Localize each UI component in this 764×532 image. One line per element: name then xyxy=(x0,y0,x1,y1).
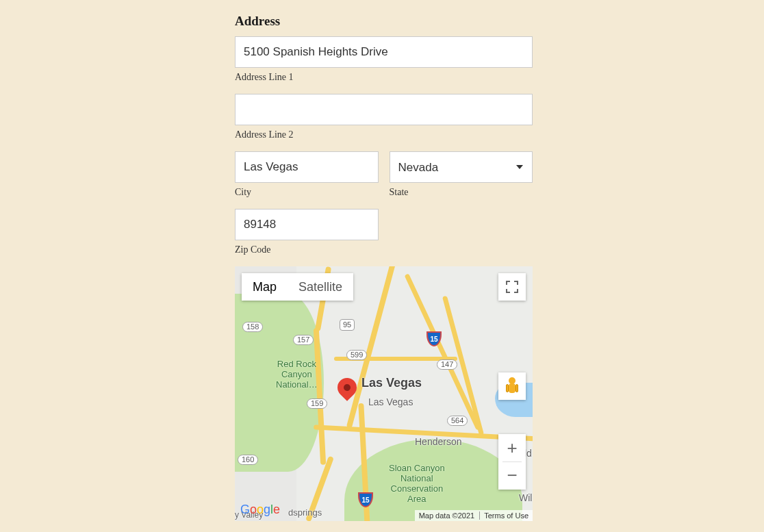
zip-label: Zip Code xyxy=(235,244,379,255)
zoom-in-button[interactable]: + xyxy=(498,434,526,462)
city-field xyxy=(235,151,379,183)
city-input[interactable] xyxy=(235,151,379,183)
address-line-1-label: Address Line 1 xyxy=(235,72,533,83)
address-line-1-input[interactable] xyxy=(235,36,533,68)
google-logo: Google xyxy=(240,503,280,517)
map-tab-satellite[interactable]: Satellite xyxy=(288,273,353,301)
state-label: State xyxy=(390,187,533,198)
map-tab-map[interactable]: Map xyxy=(242,273,288,301)
route-shield: 564 xyxy=(447,416,468,426)
map-data-label: Map data ©2021 xyxy=(419,511,475,520)
address-line-2-label: Address Line 2 xyxy=(235,129,533,140)
zip-input[interactable] xyxy=(235,209,379,240)
route-shield: 599 xyxy=(346,350,367,360)
map-label: Wil xyxy=(519,492,532,503)
zip-field xyxy=(235,209,379,240)
address-heading: Address xyxy=(235,14,533,29)
address-line-2-field xyxy=(235,94,533,125)
map-type-tabs: Map Satellite xyxy=(242,273,353,301)
address-line-2-input[interactable] xyxy=(235,94,533,125)
fullscreen-icon xyxy=(506,281,518,293)
map-attribution: Map data ©2021 Terms of Use xyxy=(415,510,533,521)
address-line-1-field xyxy=(235,36,533,68)
terms-link[interactable]: Terms of Use xyxy=(479,511,529,520)
state-field: Nevada xyxy=(390,151,533,183)
map-park-label: Sloan Canyon National Conservation Area xyxy=(389,464,445,505)
route-shield: 95 xyxy=(340,319,355,331)
zoom-control: + − xyxy=(498,434,526,490)
map-label: Las Vegas xyxy=(368,396,413,407)
fullscreen-button[interactable] xyxy=(498,273,526,301)
map-park-label: Red Rock Canyon National… xyxy=(276,359,318,390)
route-shield: 147 xyxy=(437,359,457,370)
map-label: dsprings xyxy=(288,507,322,518)
map-label: Henderson xyxy=(415,436,462,447)
zoom-out-button[interactable]: − xyxy=(498,462,526,490)
streetview-pegman-button[interactable] xyxy=(498,372,526,400)
city-label: City xyxy=(235,187,379,198)
map[interactable]: 158 157 159 160 95 599 147 564 15 15 Las… xyxy=(235,266,533,521)
route-shield: 157 xyxy=(293,335,314,345)
pegman-icon xyxy=(507,377,517,395)
route-shield: 158 xyxy=(242,322,263,332)
state-select[interactable]: Nevada xyxy=(390,151,533,183)
route-shield: 160 xyxy=(238,455,258,465)
map-label-primary: Las Vegas xyxy=(361,376,422,390)
divider xyxy=(502,461,522,462)
route-shield: 159 xyxy=(307,398,327,409)
address-form: Address Address Line 1 Address Line 2 Ci… xyxy=(235,14,533,521)
